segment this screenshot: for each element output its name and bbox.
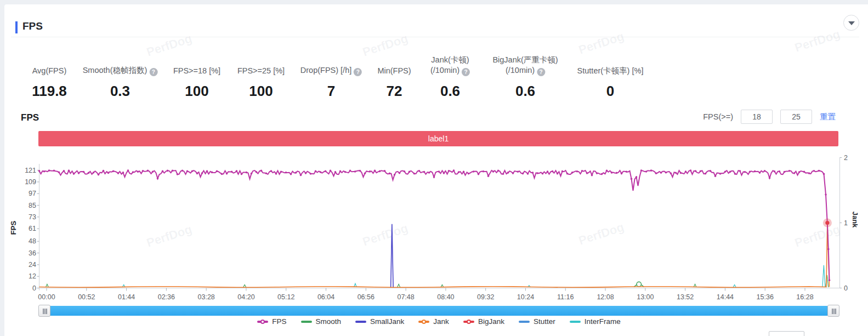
fps-point [468, 173, 470, 175]
fps-point [310, 173, 312, 175]
fps-point [256, 171, 258, 173]
fps-point [680, 172, 682, 174]
fps-point [497, 170, 500, 172]
fps-point [492, 170, 495, 173]
fps-point [211, 172, 213, 174]
fps-point [433, 176, 435, 178]
fps-point [744, 171, 746, 173]
baseline-spike [733, 285, 736, 287]
fps-point [260, 170, 263, 172]
fps-point [103, 170, 105, 172]
scrollbar-track-fill[interactable] [49, 306, 827, 316]
y-axis-label: 85 [14, 202, 36, 209]
fps-point [784, 171, 786, 173]
fps-panel: FPS PerfDogPerfDogPerfDogPerfDogPerfDogP… [4, 4, 868, 336]
help-icon[interactable]: ? [354, 68, 362, 76]
fps-point [364, 172, 366, 174]
stat-bigjank: BigJank(严重卡顿)?(/10min)? 0.6 [492, 52, 558, 100]
fps-point [586, 172, 588, 174]
fps-point [502, 173, 504, 175]
fps-point [542, 173, 544, 175]
fps-point [729, 171, 731, 173]
fps-point [719, 173, 722, 175]
collapse-button[interactable] [843, 15, 859, 31]
smooth-bump-marker [637, 282, 641, 286]
series-marker [519, 321, 530, 323]
x-axis-label: 13:52 [677, 293, 694, 301]
fps-point [78, 172, 80, 174]
stat-smooth: Smooth(稳帧指数)?? 0.3 [83, 52, 158, 100]
fps-point [404, 170, 406, 173]
fps-point [413, 173, 416, 175]
fps-point [690, 169, 692, 172]
fps-point [793, 172, 796, 174]
fps-point [206, 170, 208, 172]
fps-point [334, 171, 337, 173]
fps-ge-label: FPS(>=) [703, 112, 733, 121]
fps-point [359, 170, 361, 172]
jank-axis-label: 2 [844, 154, 848, 162]
x-axis-label: 07:48 [397, 293, 414, 301]
x-axis-label: 10:24 [517, 293, 534, 301]
stat-fps-ge25: FPS>=25 [%]?? 100 [237, 52, 285, 100]
series-marker [418, 321, 429, 323]
legend-item-smalljank[interactable]: SmallJank [355, 317, 404, 326]
fps-point [177, 173, 179, 175]
chart-range-scrollbar [38, 305, 839, 317]
fps-point [221, 173, 223, 175]
stat-value: 100 [173, 83, 220, 100]
fps-point [231, 171, 233, 173]
legend-item-stutter[interactable]: Stutter [519, 317, 555, 326]
scrollbar-right-handle[interactable] [827, 305, 839, 317]
fps-point [270, 170, 273, 172]
fps-point [803, 171, 805, 173]
fps-point [829, 280, 831, 282]
fps-point [330, 170, 332, 172]
stat-min-fps: Min(FPS)?? 72 [377, 52, 411, 100]
fps-point [478, 173, 480, 175]
fps-point [537, 172, 539, 174]
reset-link[interactable]: 重置 [820, 112, 836, 122]
fps-point [512, 172, 514, 174]
fps-point [73, 173, 75, 175]
fps-point [517, 171, 519, 173]
legend-item-fps[interactable]: FPS [257, 317, 286, 326]
fps-point [241, 173, 243, 175]
help-icon[interactable]: ? [149, 68, 157, 76]
marker-dot [422, 320, 426, 324]
fps-point [626, 170, 628, 173]
help-icon[interactable]: ? [462, 68, 470, 76]
fps-point [507, 172, 509, 174]
fps-point [808, 172, 810, 174]
fps-threshold-input-1[interactable] [741, 110, 773, 124]
scrollbar-left-handle[interactable] [38, 305, 50, 317]
fps-point [473, 170, 475, 173]
fps-point [631, 178, 633, 180]
fps-chart-plot[interactable] [37, 157, 842, 293]
legend-item-interframe[interactable]: InterFrame [570, 317, 621, 326]
help-icon[interactable]: ? [537, 68, 545, 76]
fps-point [315, 170, 317, 173]
fps-point [285, 172, 287, 174]
fps-point [83, 171, 85, 173]
jank-line [39, 223, 830, 288]
legend-item-jank[interactable]: Jank [418, 317, 449, 326]
partial-input-box[interactable] [769, 331, 804, 336]
fps-threshold-input-2[interactable] [780, 110, 812, 124]
right-axis-title: Jank [851, 212, 859, 228]
fps-point [147, 170, 149, 172]
fps-point [660, 172, 662, 174]
x-axis-label: 05:12 [277, 293, 294, 301]
fps-point [487, 175, 490, 177]
fps-point [409, 171, 411, 173]
fps-point [418, 170, 421, 172]
fps-point [448, 170, 450, 172]
fps-point [196, 173, 198, 175]
jank-axis-label: 0 [844, 284, 848, 292]
fps-point [675, 172, 677, 174]
legend-item-smooth[interactable]: Smooth [301, 317, 342, 326]
x-axis-label: 04:20 [237, 293, 254, 301]
legend-item-bigjank[interactable]: BigJank [463, 317, 504, 326]
fps-point [665, 172, 667, 174]
fps-point [394, 174, 396, 176]
